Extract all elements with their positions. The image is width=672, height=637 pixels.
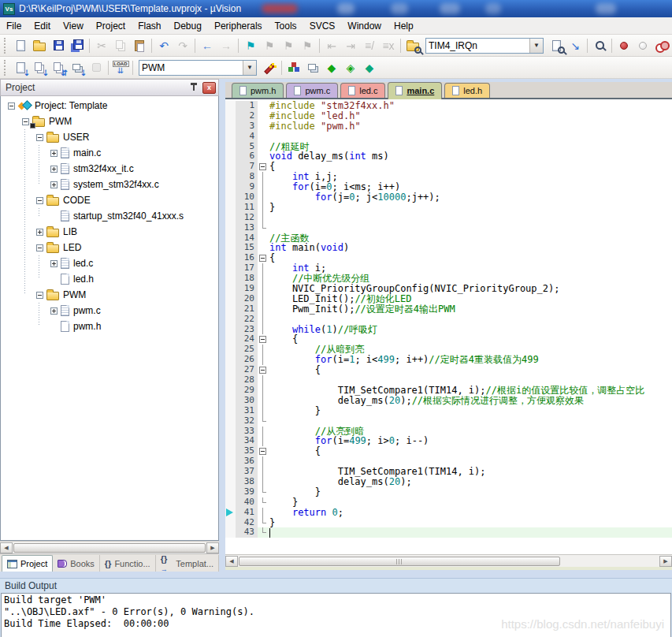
batch-build-button[interactable]: ⇣ xyxy=(69,59,86,76)
breakpoint-margin[interactable] xyxy=(225,182,236,192)
fold-margin[interactable] xyxy=(258,446,268,456)
fold-collapse-icon[interactable] xyxy=(259,255,266,262)
breakpoint-margin[interactable] xyxy=(225,456,236,467)
code-line-10[interactable]: 10 for(j=0; j<10000;j++); xyxy=(225,192,672,203)
fold-margin[interactable] xyxy=(258,182,268,192)
target-combobox[interactable]: ▼ xyxy=(139,60,257,76)
scroll-right-icon[interactable]: ▶ xyxy=(659,556,672,567)
search-combobox[interactable]: ▼ xyxy=(425,38,544,54)
fold-margin[interactable] xyxy=(258,386,268,396)
fold-margin[interactable] xyxy=(258,253,268,263)
breakpoint-margin[interactable] xyxy=(225,345,236,355)
file-extensions-button[interactable] xyxy=(304,59,321,76)
breakpoint-margin[interactable] xyxy=(225,386,236,396)
manage-components-button[interactable] xyxy=(285,59,303,76)
code-line-27[interactable]: 27 { xyxy=(225,365,672,375)
tree-item-lib[interactable]: LIB xyxy=(4,224,218,240)
fold-margin[interactable] xyxy=(258,162,268,172)
menu-flash[interactable]: Flash xyxy=(132,18,167,34)
tree-item-pwm-h[interactable]: pwm.h xyxy=(4,318,218,334)
clear-bookmarks-button[interactable]: ⚑ xyxy=(299,37,316,54)
undo-button[interactable]: ↶ xyxy=(155,37,173,54)
editor-tab-main-c[interactable]: main.c xyxy=(388,82,442,99)
indent-button[interactable]: ⇥ xyxy=(342,37,359,54)
breakpoint-margin[interactable] xyxy=(225,325,236,335)
build-button[interactable]: ⇣ xyxy=(31,59,48,76)
tree-item-led[interactable]: LED xyxy=(4,240,218,255)
translate-button[interactable]: ⇣ xyxy=(12,59,29,76)
save-button[interactable] xyxy=(50,37,67,54)
breakpoint-margin[interactable] xyxy=(225,355,236,365)
cut-button[interactable]: ✂ xyxy=(93,37,110,54)
tree-item-stm32f4xx-it-c[interactable]: stm32f4xx_it.c xyxy=(4,161,218,177)
breakpoint-margin[interactable] xyxy=(225,172,236,182)
tree-item-code[interactable]: CODE xyxy=(4,192,218,208)
breakpoint-margin[interactable] xyxy=(225,315,236,325)
editor-tab-pwm-h[interactable]: pwm.h xyxy=(232,83,284,98)
fold-margin[interactable] xyxy=(258,294,268,304)
fold-margin[interactable] xyxy=(258,101,268,111)
comment-button[interactable]: ≡/ xyxy=(361,37,378,54)
next-bookmark-button[interactable]: ⚑ xyxy=(280,37,297,54)
prev-bookmark-button[interactable]: ⚑ xyxy=(261,37,278,54)
breakpoint-margin[interactable] xyxy=(225,365,236,375)
paste-button[interactable] xyxy=(131,37,148,54)
pack-installer-button[interactable]: ◈ xyxy=(342,59,359,76)
collapse-icon[interactable] xyxy=(22,118,29,125)
code-line-12[interactable]: 12 xyxy=(225,213,672,223)
tree-item-pwm-c[interactable]: pwm.c xyxy=(4,303,218,318)
menu-edit[interactable]: Edit xyxy=(28,18,57,34)
breakpoint-margin[interactable] xyxy=(225,304,236,315)
navigate-back-button[interactable]: ← xyxy=(199,37,216,54)
insert-bookmark-button[interactable]: ⚑ xyxy=(242,37,259,54)
fold-margin[interactable] xyxy=(258,406,268,416)
scrollbar-thumb[interactable] xyxy=(13,543,206,553)
scrollbar-thumb[interactable] xyxy=(239,557,560,566)
tree-item-led-c[interactable]: led.c xyxy=(4,255,218,271)
copy-button[interactable] xyxy=(112,37,129,54)
uncomment-button[interactable]: ≡x xyxy=(380,37,397,54)
fold-margin[interactable] xyxy=(258,172,268,182)
expand-icon[interactable] xyxy=(50,150,58,157)
code-line-3[interactable]: 3#include "pwm.h" xyxy=(225,121,672,132)
pin-icon[interactable] xyxy=(190,83,198,92)
build-output-log[interactable]: Build target 'PWM'"..\OBJ\LED.axf" - 0 E… xyxy=(1,593,671,637)
breakpoint-margin[interactable] xyxy=(225,467,236,477)
fold-margin[interactable] xyxy=(258,132,268,142)
breakpoint-margin[interactable] xyxy=(225,233,236,244)
collapse-icon[interactable] xyxy=(8,102,15,110)
code-line-41[interactable]: 41 return 0; xyxy=(225,508,672,518)
find-button[interactable] xyxy=(548,37,565,54)
breakpoint-margin[interactable] xyxy=(225,436,236,446)
code-editor[interactable]: 1#include "stm32f4xx.h"2#include "led.h"… xyxy=(225,99,672,554)
fold-margin[interactable] xyxy=(258,396,268,406)
fold-margin[interactable] xyxy=(258,334,268,345)
fold-margin[interactable] xyxy=(258,284,268,294)
breakpoint-margin[interactable] xyxy=(225,253,236,263)
fold-margin[interactable] xyxy=(258,508,268,518)
fold-margin[interactable] xyxy=(258,243,268,253)
breakpoint-margin[interactable] xyxy=(225,101,236,111)
open-file-button[interactable] xyxy=(31,37,48,54)
fold-margin[interactable] xyxy=(258,325,268,335)
code-line-21[interactable]: 21 Pwm_Init();//设置定时器4输出PWM xyxy=(225,304,672,315)
fold-margin[interactable] xyxy=(258,345,268,355)
panel-tab-books[interactable]: Books xyxy=(53,555,100,572)
runtime-environment-button[interactable]: ◆ xyxy=(323,59,340,76)
breakpoint-margin[interactable] xyxy=(225,406,236,416)
expand-icon[interactable] xyxy=(50,166,58,173)
breakpoint-margin[interactable] xyxy=(225,477,236,487)
menu-view[interactable]: View xyxy=(57,18,90,34)
search-combobox-input[interactable] xyxy=(426,40,529,51)
editor-horizontal-scrollbar[interactable]: ◀ ▶ xyxy=(225,554,672,567)
fold-collapse-icon[interactable] xyxy=(259,448,266,455)
breakpoint-margin[interactable] xyxy=(225,497,236,508)
code-line-35[interactable]: 35 { xyxy=(225,446,672,456)
lookup-word-button[interactable] xyxy=(591,37,608,54)
tree-item-led-h[interactable]: led.h xyxy=(4,271,218,287)
breakpoint-margin[interactable] xyxy=(225,142,236,152)
fold-margin[interactable] xyxy=(258,427,268,437)
tree-item-project-template[interactable]: Project: Template xyxy=(4,98,218,114)
menu-window[interactable]: Window xyxy=(341,18,388,34)
rebuild-button[interactable]: ⇵ xyxy=(50,59,67,76)
